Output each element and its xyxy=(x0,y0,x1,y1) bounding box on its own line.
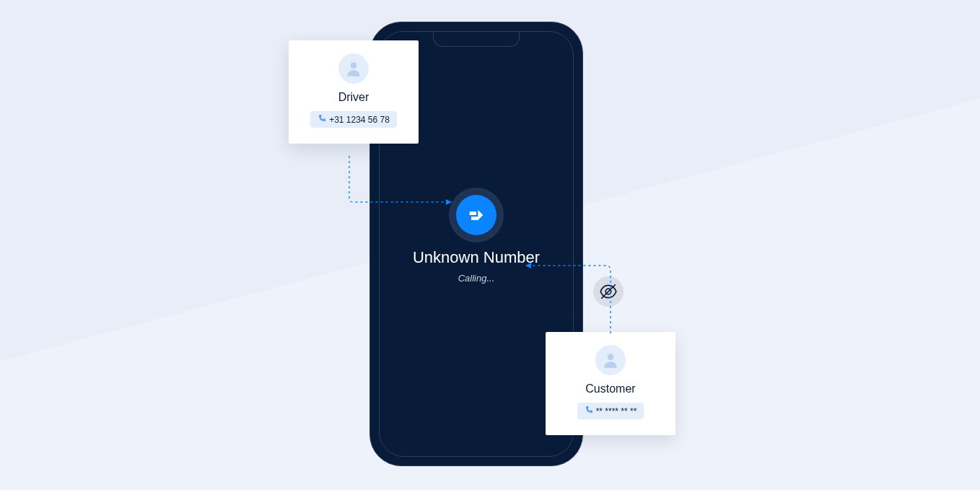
customer-title: Customer xyxy=(560,382,661,395)
driver-avatar-icon xyxy=(338,53,369,84)
phone-notch xyxy=(433,31,520,47)
driver-phone-badge: +31 1234 56 78 xyxy=(310,111,397,128)
caller-name-label: Unknown Number xyxy=(380,248,573,267)
svg-point-1 xyxy=(608,354,614,360)
customer-avatar-icon xyxy=(595,345,626,375)
phone-icon xyxy=(318,114,326,125)
caller-avatar-ring xyxy=(449,188,504,242)
phone-icon xyxy=(585,406,593,416)
customer-phone-badge: ** **** ** ** xyxy=(577,403,644,419)
driver-card: Driver +31 1234 56 78 xyxy=(289,40,419,144)
call-status-text: Calling... xyxy=(380,273,573,284)
hidden-number-icon xyxy=(593,276,624,307)
customer-phone-number: ** **** ** ** xyxy=(596,406,637,416)
svg-point-0 xyxy=(351,62,357,69)
customer-card: Customer ** **** ** ** xyxy=(546,332,675,435)
app-logo-icon xyxy=(456,195,496,235)
driver-title: Driver xyxy=(303,91,404,104)
driver-phone-number: +31 1234 56 78 xyxy=(329,115,390,125)
